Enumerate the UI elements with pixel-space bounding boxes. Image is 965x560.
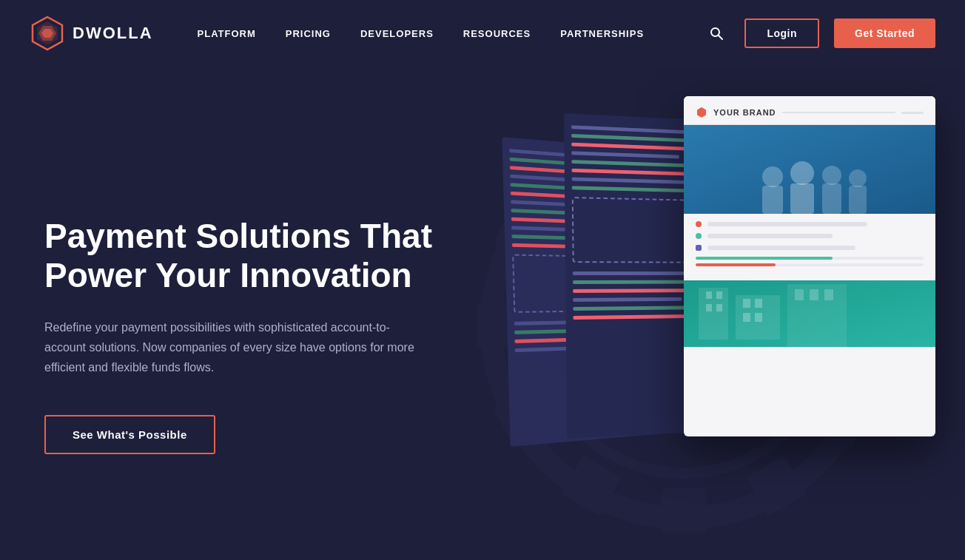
svg-rect-34 [706,304,712,311]
svg-rect-33 [716,291,722,299]
hero-title: Payment Solutions That Power Your Innova… [44,217,432,295]
nav-item-pricing[interactable]: PRICING [286,28,331,39]
logo-text: DWOLLA [73,24,153,43]
search-icon [709,26,724,41]
svg-point-26 [822,166,841,185]
svg-rect-32 [706,291,712,299]
nav-item-developers[interactable]: DEVELOPERS [360,28,434,39]
svg-rect-23 [762,186,783,214]
svg-point-22 [762,166,783,187]
svg-rect-40 [755,313,762,322]
card-image-top [684,125,935,214]
hero-section: Payment Solutions That Power Your Innova… [0,67,965,560]
svg-rect-37 [743,299,750,308]
svg-line-5 [719,36,723,40]
logo[interactable]: DWOLLA [30,16,153,51]
svg-rect-39 [743,313,750,322]
svg-rect-25 [790,183,814,214]
hero-illustration: YOUR BRAND [506,96,935,525]
hero-content: Payment Solutions That Power Your Innova… [44,217,432,453]
brand-label: YOUR BRAND [713,108,776,117]
svg-rect-44 [824,289,833,300]
svg-rect-43 [810,289,818,300]
svg-rect-31 [699,288,728,340]
get-started-button[interactable]: Get Started [834,18,935,48]
svg-rect-42 [795,289,804,300]
nav-item-resources[interactable]: RESOURCES [463,28,531,39]
svg-point-24 [790,161,814,185]
card-image-bottom [684,280,935,347]
svg-rect-38 [755,299,762,308]
main-nav: PLATFORM PRICING DEVELOPERS RESOURCES PA… [153,28,704,39]
svg-rect-35 [716,304,722,311]
header: DWOLLA PLATFORM PRICING DEVELOPERS RESOU… [0,0,965,67]
nav-item-partnerships[interactable]: PARTNERSHIPS [560,28,644,39]
svg-rect-27 [822,183,841,214]
search-button[interactable] [703,20,730,47]
svg-rect-29 [849,186,867,214]
card-body [684,214,935,277]
logo-icon [30,16,65,51]
login-button[interactable]: Login [744,18,819,48]
svg-marker-20 [697,107,706,118]
header-actions: Login Get Started [703,18,935,48]
cta-button[interactable]: See What's Possible [44,415,215,454]
hero-description: Redefine your payment possibilities with… [44,317,414,378]
svg-point-28 [849,169,867,187]
nav-item-platform[interactable]: PLATFORM [198,28,256,39]
card-front: YOUR BRAND [684,96,935,436]
brand-icon [696,107,707,118]
